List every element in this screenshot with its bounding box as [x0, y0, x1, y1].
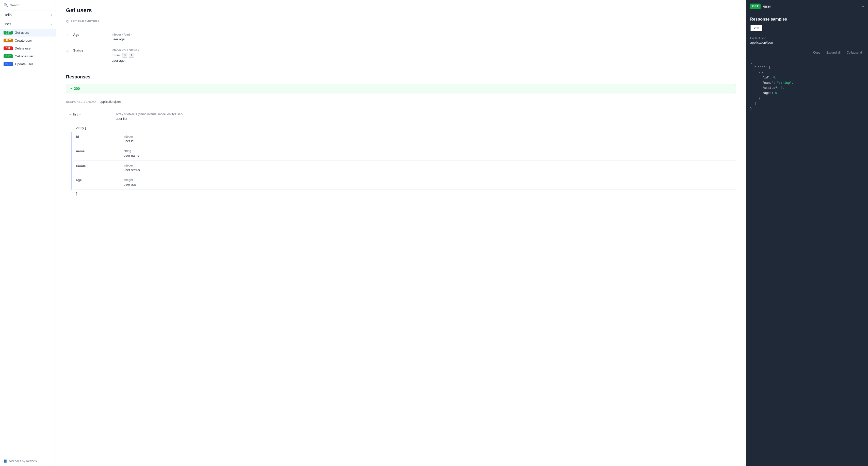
code-line-10: }: [750, 106, 864, 111]
method-badge: PUT: [4, 39, 13, 42]
method-badge: DEL: [4, 46, 13, 50]
field-desc: user status: [124, 168, 736, 172]
schema-val: application/json: [99, 100, 121, 104]
sidebar: 🔍 Hello › User › GETGet usersPUTCreate u…: [0, 0, 56, 466]
field-type: integer: [124, 135, 736, 138]
sidebar-item-get-users[interactable]: GETGet users: [0, 29, 56, 37]
field-list: → list ▾ Array of objects (demo.internal…: [66, 109, 736, 124]
param-left: Status: [66, 48, 107, 52]
code-line-8: }: [750, 96, 864, 101]
field-type: string: [124, 149, 736, 153]
code-block: { "list": [ - { "id": 0, "name": "string…: [746, 57, 868, 114]
field-details-col: integer user status: [124, 164, 736, 172]
param-left: Age: [66, 33, 107, 37]
sidebar-item-update-user[interactable]: POSTUpdate user: [0, 60, 56, 68]
sidebar-footer: 📘 API docs by Redocly: [0, 456, 56, 466]
dropdown-icon[interactable]: ▾: [79, 113, 81, 116]
sidebar-item-label: Hello: [4, 13, 12, 17]
param-name: Age: [73, 33, 80, 37]
schema-row: RESPONSE SCHEMA: application/json: [66, 97, 736, 106]
field-name-text: list: [73, 112, 78, 116]
sidebar-item-get-one-user[interactable]: GETGet one user: [0, 52, 56, 60]
code-actions: Copy Expand all Collapse all: [746, 48, 868, 57]
response-samples-title: Response samples: [746, 13, 868, 25]
code-line-2: "list": [: [750, 65, 864, 70]
right-panel: GET /user ▾ Response samples 200 Content…: [746, 0, 868, 466]
field-name-col: status: [74, 164, 120, 168]
endpoint-list: GETGet usersPUTCreate userDELDelete user…: [0, 29, 56, 68]
field-desc: user id: [124, 139, 736, 143]
array-close: ]: [71, 190, 736, 197]
content-type-section: Content type application/json: [746, 35, 868, 48]
param-enum: Enum: 0 1: [112, 53, 736, 58]
code-line-9: ]: [750, 101, 864, 106]
chevron-down-icon: ›: [51, 22, 52, 26]
code-line-4: "id": 0,: [750, 75, 864, 80]
field-type: integer: [124, 178, 736, 182]
param-status: Status integer <*v1.Status> Enum: 0 1 us…: [66, 45, 736, 66]
field-name-col: id: [74, 135, 120, 139]
sidebar-item-user[interactable]: User ›: [0, 20, 56, 29]
field-name-col: name: [74, 149, 120, 153]
code-line-5: "name": "string",: [750, 80, 864, 86]
code-line-6: "status": 0,: [750, 86, 864, 91]
field-type: integer: [124, 164, 736, 167]
sidebar-item-label: User: [4, 22, 11, 26]
response-tab-200[interactable]: 200: [750, 25, 763, 31]
endpoint-label: Create user: [15, 39, 32, 42]
field-age: age integer user age: [74, 175, 736, 190]
code-line-1: {: [750, 60, 864, 65]
field-name: → list ▾: [66, 112, 112, 116]
enum-val-0: 0: [122, 53, 127, 58]
tree-connector: [66, 48, 71, 52]
response-200-row[interactable]: ▾ 200: [66, 84, 736, 93]
sidebar-item-delete-user[interactable]: DELDelete user: [0, 44, 56, 52]
footer-text: API docs by Redocly: [9, 459, 37, 463]
method-badge: GET: [4, 31, 13, 35]
endpoint-label: Update user: [15, 62, 33, 66]
search-icon: 🔍: [4, 3, 8, 7]
content-type-label: Content type: [750, 37, 864, 40]
endpoint-label: Get one user: [15, 54, 34, 58]
sidebar-item-create-user[interactable]: PUTCreate user: [0, 37, 56, 44]
param-type: integer <*v1.Status>: [112, 48, 736, 52]
page-title: Get users: [66, 7, 736, 14]
field-indent-block: id integer user id name string user name…: [71, 132, 736, 190]
field-name: name string user name: [74, 146, 736, 161]
collapse-all-button[interactable]: Collapse all: [845, 50, 864, 55]
search-input[interactable]: [10, 3, 52, 7]
chevron-down-icon: ▾: [70, 87, 72, 90]
param-desc: user age: [112, 59, 736, 62]
response-code: 200: [74, 87, 80, 91]
sidebar-item-hello[interactable]: Hello ›: [0, 10, 56, 20]
vertical-line: [71, 132, 72, 190]
copy-button[interactable]: Copy: [812, 50, 822, 55]
endpoint-label: Get users: [15, 31, 29, 35]
method-badge: GET: [4, 54, 13, 58]
field-name-text: name: [76, 149, 85, 153]
array-block: Array [ id integer user id name string u…: [66, 124, 736, 197]
enum-val-1: 1: [129, 53, 134, 58]
endpoint-method: GET: [750, 4, 761, 9]
field-name-text: status: [76, 164, 86, 168]
field-desc: user age: [124, 182, 736, 186]
responses-section: Responses ▾ 200 RESPONSE SCHEMA: applica…: [66, 74, 736, 197]
chevron-down-icon[interactable]: ▾: [862, 4, 864, 8]
field-details: Array of objects (demo.internal.model.en…: [116, 112, 736, 121]
redocly-icon: 📘: [4, 459, 7, 463]
code-line-7: "age": 0: [750, 91, 864, 96]
field-id: id integer user id: [74, 132, 736, 146]
chevron-right-icon: ›: [51, 13, 52, 17]
field-details-col: string user name: [124, 149, 736, 157]
param-desc: user age: [112, 37, 736, 41]
responses-title: Responses: [66, 74, 736, 80]
expand-all-button[interactable]: Expand all: [825, 50, 842, 55]
field-type: Array of objects (demo.internal.model.en…: [116, 112, 736, 116]
field-name-col: age: [74, 178, 120, 182]
content-type-val: application/json: [750, 41, 864, 44]
enum-label: Enum:: [112, 54, 121, 57]
search-box[interactable]: 🔍: [0, 0, 56, 10]
field-desc: user name: [124, 154, 736, 157]
code-line-3: - {: [750, 70, 864, 75]
field-indent-inner: id integer user id name string user name…: [74, 132, 736, 190]
